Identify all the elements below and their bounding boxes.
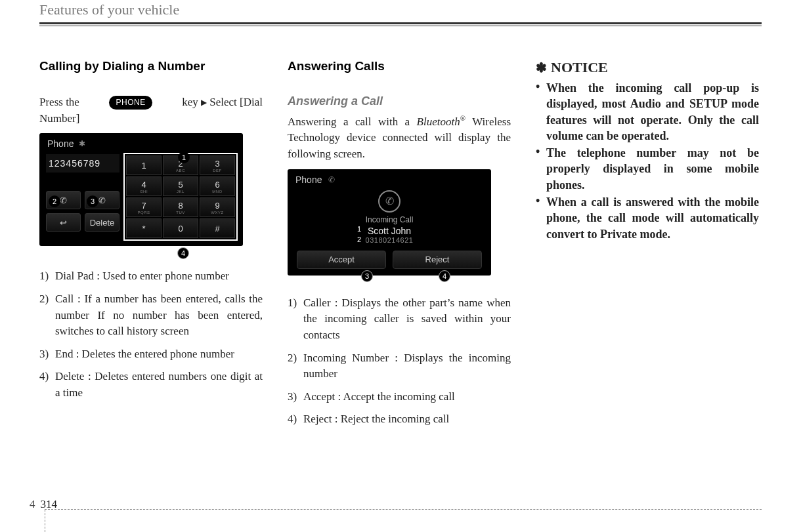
column-2: Answering Calls Answering a Call Answeri… xyxy=(288,59,511,434)
page: Features of your vehicle Calling by Dial… xyxy=(0,0,801,532)
phone-end-icon: ✆ xyxy=(98,195,106,205)
key-5[interactable]: 5JKL xyxy=(163,176,198,196)
back-button[interactable]: ↩ xyxy=(46,213,81,232)
screenshot-title: Phone xyxy=(47,138,74,149)
marker-4b: 4 xyxy=(439,270,450,282)
header-rule xyxy=(39,22,762,26)
reject-button[interactable]: Reject xyxy=(393,251,482,269)
accept-button[interactable]: Accept xyxy=(297,251,386,269)
dial-screenshot-wrap: Phone ✱ 123456789 ✆ ✆ ↩ Delete xyxy=(39,133,243,246)
footer: 4 314 xyxy=(0,509,762,510)
marker-1b: 1 xyxy=(353,223,365,235)
footer-rule xyxy=(45,509,762,510)
list-item: 4)Delete : Deletes entered numbers one d… xyxy=(39,369,263,401)
caller-number: 03180214621 xyxy=(292,236,487,244)
caller-name: Scott John xyxy=(292,226,487,236)
list-item: 3)End : Deletes the entered phone number xyxy=(39,346,263,363)
header: Features of your vehicle xyxy=(39,0,762,26)
press-text-b: key xyxy=(182,96,198,108)
key-9[interactable]: 9WXYZ xyxy=(200,197,235,217)
incoming-screenshot: Phone ✆ ✆ Incoming Call Scott John 03180… xyxy=(288,169,491,276)
phone-icon: ✆ xyxy=(60,195,67,205)
list-item: 1)Caller : Displays the other part’s nam… xyxy=(288,295,511,344)
key-hash[interactable]: # xyxy=(200,218,235,238)
key-6[interactable]: 6MNO xyxy=(200,176,235,196)
press-text-a: Press the xyxy=(39,94,79,111)
key-8[interactable]: 8TUV xyxy=(163,197,198,217)
dial-pad: 1 2ABC 3DEF 4GHI 5JKL 6MNO 7PQRS 8TUV 9W… xyxy=(126,155,235,238)
phone-icon: ✆ xyxy=(328,175,335,184)
columns: Calling by Dialing a Number Press the PH… xyxy=(39,59,762,434)
list-item: 2)Call : If a number has been entered, c… xyxy=(39,291,263,340)
key-7[interactable]: 7PQRS xyxy=(126,197,162,217)
incoming-description-list: 1)Caller : Displays the other part’s nam… xyxy=(288,295,511,428)
key-0[interactable]: 0 xyxy=(163,218,198,238)
delete-button[interactable]: Delete xyxy=(85,213,119,232)
incoming-title: Phone xyxy=(295,174,322,185)
marker-4: 4 xyxy=(177,247,189,259)
answering-body: Answering a call with a Bluetooth® Wirel… xyxy=(288,113,511,163)
key-3[interactable]: 3DEF xyxy=(200,155,235,175)
marker-3b: 3 xyxy=(361,270,373,282)
marker-2b: 2 xyxy=(353,234,365,245)
key-star[interactable]: * xyxy=(126,218,162,238)
press-text-c: Select [Dial xyxy=(209,96,263,108)
bluetooth-icon: ✱ xyxy=(79,139,85,148)
dial-description-list: 1)Dial Pad : Used to enter phone number … xyxy=(39,268,263,401)
list-item: 3)Accept : Accept the incoming call xyxy=(288,389,511,405)
footer-vertical-rule xyxy=(45,510,45,532)
press-text-d: Number] xyxy=(39,112,79,125)
notice-list: •When the incoming call pop-up is displa… xyxy=(536,80,759,242)
dial-display: 123456789 xyxy=(46,154,119,173)
incoming-call-label: Incoming Call xyxy=(292,215,487,224)
notice-heading: ✽ NOTICE xyxy=(536,59,759,76)
list-item: •When a call is answered with the mobile… xyxy=(536,194,759,242)
list-item: 1)Dial Pad : Used to enter phone number xyxy=(39,268,263,285)
back-icon: ↩ xyxy=(60,218,67,228)
list-item: •The telephone number may not be properl… xyxy=(536,145,759,193)
notice-icon: ✽ xyxy=(536,60,547,75)
press-instruction: Press the PHONE key ▶ Select [Dial Numbe… xyxy=(39,94,263,127)
notice-label: NOTICE xyxy=(551,59,608,76)
list-item: 2)Incoming Number : Displays the incomin… xyxy=(288,350,511,382)
arrow-icon: ▶ xyxy=(201,97,207,108)
list-item: •When the incoming call pop-up is displa… xyxy=(536,80,759,144)
phone-key-pill: PHONE xyxy=(109,96,152,110)
subheading-answering-call: Answering a Call xyxy=(288,94,511,108)
key-1[interactable]: 1 xyxy=(126,155,162,175)
heading-calling: Calling by Dialing a Number xyxy=(39,59,263,73)
page-number: 4 314 xyxy=(30,498,57,511)
avatar-icon: ✆ xyxy=(378,190,401,213)
column-3: ✽ NOTICE •When the incoming call pop-up … xyxy=(536,59,759,434)
incoming-screenshot-wrap: Phone ✆ ✆ Incoming Call Scott John 03180… xyxy=(288,169,491,276)
dial-pad-frame: 1 2ABC 3DEF 4GHI 5JKL 6MNO 7PQRS 8TUV 9W… xyxy=(123,153,238,241)
column-1: Calling by Dialing a Number Press the PH… xyxy=(39,59,263,434)
heading-answering: Answering Calls xyxy=(288,59,511,73)
dial-screenshot: Phone ✱ 123456789 ✆ ✆ ↩ Delete xyxy=(39,133,243,246)
header-title: Features of your vehicle xyxy=(39,0,762,18)
key-4[interactable]: 4GHI xyxy=(126,176,162,196)
list-item: 4)Reject : Reject the incoming call xyxy=(288,411,511,428)
delete-label: Delete xyxy=(90,218,115,228)
